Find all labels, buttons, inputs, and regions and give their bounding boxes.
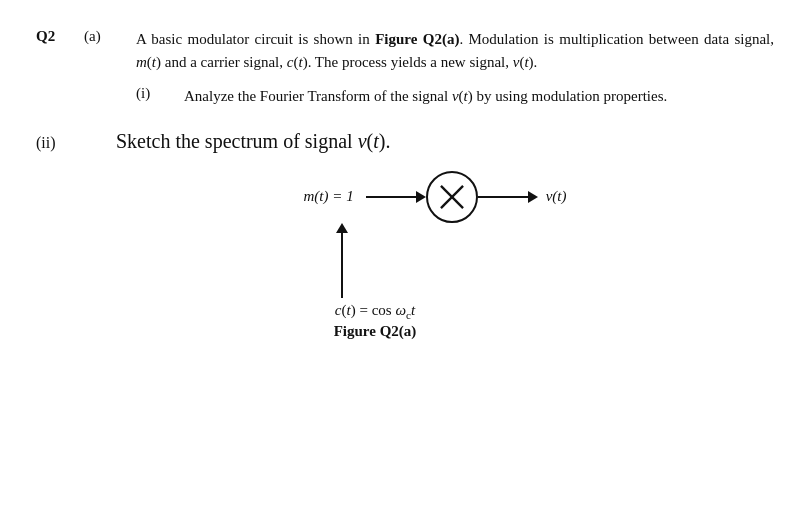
q2-part-i: (i) Analyze the Fourier Transform of the…: [136, 85, 774, 108]
intro-t3: t: [524, 54, 528, 70]
intro-t2: t: [298, 54, 302, 70]
figure-caption: Figure Q2(a): [334, 323, 417, 340]
intro-bold: Figure Q2(a): [375, 31, 459, 47]
q2-label: Q2: [36, 28, 84, 108]
multiplier-svg: [428, 173, 476, 221]
intro-v: v: [513, 54, 520, 70]
multiplier-circle: [426, 171, 478, 223]
figure-labels: c(t) = cos ωct Figure Q2(a): [334, 302, 417, 340]
q2-section: Q2 (a) A basic modulator circuit is show…: [36, 28, 774, 108]
arrowhead-into-circle: [416, 191, 426, 203]
vertical-line-group: [336, 223, 348, 298]
intro-m: m: [136, 54, 147, 70]
input-label: m(t) = 1: [304, 188, 354, 205]
carrier-label: c(t) = cos ωct: [335, 302, 415, 321]
part-i-t: t: [464, 88, 468, 104]
q2-content: A basic modulator circuit is shown in Fi…: [136, 28, 774, 108]
part-i-label: (i): [136, 85, 184, 108]
arrowhead-up: [336, 223, 348, 233]
q2-a-label: (a): [84, 28, 136, 108]
circuit-row: m(t) = 1 v(t): [304, 171, 567, 223]
page: Q2 (a) A basic modulator circuit is show…: [0, 0, 810, 518]
output-label: v(t): [546, 188, 567, 205]
arrow-left: [366, 191, 426, 203]
line-h-right: [478, 196, 528, 198]
q2-intro: A basic modulator circuit is shown in Fi…: [136, 28, 774, 73]
part-ii-t: t: [373, 130, 379, 152]
part-ii-section: (ii) Sketch the spectrum of signal v(t).: [36, 130, 774, 153]
part-i-content: Analyze the Fourier Transform of the sig…: [184, 85, 774, 108]
arrowhead-output: [528, 191, 538, 203]
part-ii-label: (ii): [36, 134, 116, 152]
line-v: [341, 233, 343, 298]
arrow-up-container: [336, 223, 348, 298]
circuit-area: m(t) = 1 v(t): [96, 171, 774, 340]
part-ii-v: v: [358, 130, 367, 152]
intro-text-2: . Modulation is multiplication between d…: [459, 31, 774, 47]
intro-c: c: [287, 54, 294, 70]
part-i-v: v: [452, 88, 459, 104]
line-h-left: [366, 196, 416, 198]
arrow-right: [478, 191, 538, 203]
intro-t1: t: [152, 54, 156, 70]
part-ii-content: Sketch the spectrum of signal v(t).: [116, 130, 390, 153]
intro-text-1: A basic modulator circuit is shown in: [136, 31, 375, 47]
